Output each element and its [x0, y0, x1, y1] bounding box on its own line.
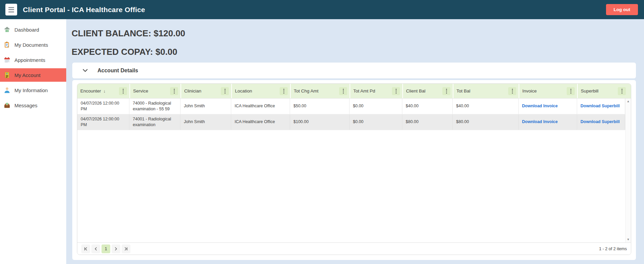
sidebar-item-label: My Documents: [14, 42, 48, 48]
sidebar-nav: DashboardMy DocumentsAppointments$My Acc…: [0, 19, 66, 264]
table-row[interactable]: 04/07/2026 12:00:00 PM74001 - Radiologic…: [77, 114, 625, 130]
expected-copay-heading: EXPECTED COPAY: $0.00: [72, 47, 177, 57]
client-balance-heading: CLIENT BALANCE: $120.00: [72, 28, 185, 39]
column-menu-button-tot-amt-pd[interactable]: [392, 87, 400, 95]
pager-prev-button[interactable]: [91, 244, 100, 253]
download-invoice-link[interactable]: Download Invoice: [522, 119, 558, 125]
inbox-icon: [4, 102, 10, 109]
cell-client-bal: $80.00: [402, 114, 453, 130]
column-header-tot-amt-pd[interactable]: Tot Amt Pd: [350, 84, 402, 98]
pager-first-button[interactable]: [81, 244, 90, 253]
chevron-down-icon: [83, 68, 88, 74]
table-row[interactable]: 04/07/2026 12:00:00 PM74000 - Radiologic…: [77, 99, 625, 114]
cell-encounter: 04/07/2026 12:00:00 PM: [77, 114, 129, 130]
column-header-client-bal[interactable]: Client Bal: [402, 84, 453, 98]
column-menu-button-tot-bal[interactable]: [508, 87, 516, 95]
pager-next-button[interactable]: [112, 244, 120, 253]
column-menu-button-encounter[interactable]: [119, 87, 127, 95]
sidebar-item-messages[interactable]: Messages: [0, 99, 66, 112]
sidebar-item-label: My Information: [14, 87, 48, 93]
sidebar-item-my-account[interactable]: $My Account: [0, 68, 66, 82]
cell-tot-amt-pd: $0.00: [350, 114, 402, 130]
scroll-down-icon[interactable]: ▼: [627, 238, 630, 241]
sidebar-item-dashboard[interactable]: Dashboard: [0, 23, 66, 36]
column-header-label: Invoice: [522, 88, 537, 93]
download-superbill-link[interactable]: Download Superbill: [580, 103, 620, 109]
column-header-location[interactable]: Location: [231, 84, 290, 98]
sidebar-item-label: Dashboard: [14, 27, 39, 33]
cell-encounter: 04/07/2026 12:00:00 PM: [77, 99, 129, 114]
column-header-superbill[interactable]: Superbill: [577, 84, 631, 98]
column-menu-button-superbill[interactable]: [618, 87, 626, 95]
column-header-label: Encounter: [80, 88, 101, 93]
cell-tot-chg-amt: $50.00: [290, 99, 350, 114]
person-icon: [4, 87, 10, 93]
column-header-label: Clinician: [184, 88, 201, 93]
cell-client-bal: $40.00: [402, 99, 453, 114]
sidebar-item-my-documents[interactable]: My Documents: [0, 38, 66, 51]
main-content: CLIENT BALANCE: $120.00 EXPECTED COPAY: …: [66, 19, 644, 264]
column-menu-button-client-bal[interactable]: [442, 87, 450, 95]
column-menu-button-invoice[interactable]: [567, 87, 575, 95]
hamburger-menu-button[interactable]: [5, 4, 17, 15]
column-header-service[interactable]: Service: [129, 84, 180, 98]
grid-body: 04/07/2026 12:00:00 PM74000 - Radiologic…: [77, 99, 631, 242]
account-details-title: Account Details: [97, 68, 138, 74]
column-header-label: Service: [133, 88, 148, 93]
pager-last-button[interactable]: [122, 244, 130, 253]
column-menu-button-location[interactable]: [280, 87, 288, 95]
billing-icon: $: [4, 72, 10, 78]
grid-pager: 1 1 - 2 of 2 items: [77, 242, 631, 255]
column-header-label: Location: [235, 88, 252, 93]
column-menu-button-clinician[interactable]: [221, 87, 229, 95]
pager-info-label: 1 - 2 of 2 items: [599, 247, 627, 251]
cell-invoice: Download Invoice: [519, 99, 577, 114]
logout-button[interactable]: Log out: [606, 4, 638, 15]
column-header-label: Superbill: [581, 88, 599, 93]
account-details-header[interactable]: Account Details: [72, 63, 636, 78]
download-superbill-link[interactable]: Download Superbill: [580, 119, 620, 125]
column-header-encounter[interactable]: Encounter↓: [77, 84, 129, 98]
sidebar-item-my-information[interactable]: My Information: [0, 83, 66, 97]
account-details-panel: Encounter↓ServiceClinicianLocationTot Ch…: [72, 80, 636, 260]
cell-clinician: John Smith: [180, 99, 231, 114]
cell-tot-amt-pd: $0.00: [350, 99, 402, 114]
sidebar-item-appointments[interactable]: Appointments: [0, 53, 66, 67]
cell-service: 74000 - Radiological examination - 55 59: [129, 99, 180, 114]
cell-service: 74001 - Radiological examination: [129, 114, 180, 130]
cell-tot-bal: $40.00: [453, 99, 519, 114]
client-portal-app: Client Portal - ICA Healthcare Office Lo…: [0, 0, 644, 264]
scroll-up-icon[interactable]: ▲: [627, 100, 630, 103]
column-header-tot-chg-amt[interactable]: Tot Chg Amt: [290, 84, 350, 98]
grid-header-row: Encounter↓ServiceClinicianLocationTot Ch…: [77, 84, 631, 99]
column-header-clinician[interactable]: Clinician: [180, 84, 231, 98]
grid-rows: 04/07/2026 12:00:00 PM74000 - Radiologic…: [77, 99, 631, 130]
column-header-label: Client Bal: [406, 88, 426, 93]
column-header-label: Tot Amt Pd: [353, 88, 375, 93]
column-header-tot-bal[interactable]: Tot Bal: [453, 84, 519, 98]
column-header-invoice[interactable]: Invoice: [519, 84, 577, 98]
pager-page-1-button[interactable]: 1: [102, 244, 110, 253]
home-icon: [4, 26, 10, 33]
sidebar-item-label: Messages: [14, 103, 37, 108]
vertical-scrollbar[interactable]: ▲ ▼: [625, 99, 631, 242]
cell-superbill: Download Superbill: [577, 114, 625, 130]
download-invoice-link[interactable]: Download Invoice: [522, 103, 558, 109]
cell-location: ICA Healthcare Office: [231, 99, 290, 114]
cell-tot-bal: $80.00: [453, 114, 519, 130]
cell-invoice: Download Invoice: [519, 114, 577, 130]
column-menu-button-service[interactable]: [170, 87, 178, 95]
column-header-label: Tot Bal: [456, 88, 470, 93]
cell-superbill: Download Superbill: [577, 99, 625, 114]
column-header-label: Tot Chg Amt: [294, 88, 319, 93]
top-bar: Client Portal - ICA Healthcare Office Lo…: [0, 0, 644, 19]
cell-clinician: John Smith: [180, 114, 231, 130]
cell-location: ICA Healthcare Office: [231, 114, 290, 130]
account-grid: Encounter↓ServiceClinicianLocationTot Ch…: [77, 83, 631, 255]
column-menu-button-tot-chg-amt[interactable]: [339, 87, 347, 95]
cell-tot-chg-amt: $100.00: [290, 114, 350, 130]
sort-desc-icon: ↓: [104, 88, 106, 93]
calendar-icon: [4, 56, 10, 63]
sidebar-item-label: Appointments: [14, 57, 45, 63]
sidebar-item-label: My Account: [14, 72, 41, 78]
